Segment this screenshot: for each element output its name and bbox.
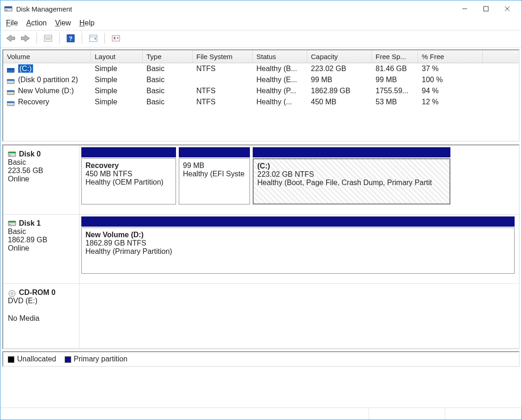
legend-unallocated: Unallocated xyxy=(8,355,56,363)
volume-row[interactable]: (C:) Simple Basic NTFS Healthy (B... 223… xyxy=(3,63,519,74)
maximize-button[interactable] xyxy=(475,2,497,16)
svg-rect-29 xyxy=(8,152,16,153)
column-header-status[interactable]: Status xyxy=(253,50,307,63)
forward-button[interactable] xyxy=(19,32,32,44)
svg-rect-32 xyxy=(8,221,16,222)
legend-primary: Primary partition xyxy=(65,355,127,363)
disk-info: CD-ROM 0 DVD (E:) No Media xyxy=(3,284,79,348)
statusbar xyxy=(0,408,522,420)
column-header-pctfree[interactable]: % Free xyxy=(418,50,483,63)
svg-rect-16 xyxy=(112,36,120,41)
disk-row[interactable]: CD-ROM 0 DVD (E:) No Media xyxy=(3,284,519,348)
volume-list-header: Volume Layout Type File System Status Ca… xyxy=(3,50,519,63)
settings-button[interactable] xyxy=(109,32,122,44)
window-controls xyxy=(454,2,518,16)
volume-icon xyxy=(7,89,15,94)
hdd-icon xyxy=(8,220,16,227)
window-title: Disk Management xyxy=(16,5,454,13)
properties-button[interactable] xyxy=(42,32,55,44)
column-header-capacity[interactable]: Capacity xyxy=(307,50,372,63)
detail-view-button[interactable] xyxy=(87,32,100,44)
disk-graphical-view[interactable]: Disk 0 Basic 223.56 GB OnlineRecovery 45… xyxy=(2,144,520,349)
svg-text:?: ? xyxy=(69,35,73,42)
svg-rect-21 xyxy=(7,68,14,70)
disk-info: Disk 0 Basic 223.56 GB Online xyxy=(3,145,79,214)
toolbar: ? xyxy=(0,30,522,48)
disk-row[interactable]: Disk 1 Basic 1862.89 GB OnlineNew Volume… xyxy=(3,215,519,284)
column-header-volume[interactable]: Volume xyxy=(3,50,91,63)
svg-point-19 xyxy=(117,37,119,39)
partition-stripe xyxy=(253,147,450,157)
svg-rect-23 xyxy=(7,79,14,81)
partition-box[interactable]: (C:) 223.02 GB NTFS Healthy (Boot, Page … xyxy=(253,158,450,204)
partition-stripe xyxy=(179,147,250,157)
disk-info: Disk 1 Basic 1862.89 GB Online xyxy=(3,215,79,283)
hdd-icon xyxy=(8,151,16,157)
menu-action[interactable]: Action xyxy=(26,19,47,27)
svg-rect-4 xyxy=(484,6,488,11)
help-button[interactable]: ? xyxy=(64,32,77,44)
disk-partitions: New Volume (D:) 1862.89 GB NTFS Healthy … xyxy=(79,215,519,283)
menu-help[interactable]: Help xyxy=(79,19,95,27)
cdrom-icon xyxy=(8,289,16,296)
back-button[interactable] xyxy=(4,32,17,44)
partition-stripe xyxy=(81,216,515,227)
menu-file[interactable]: File xyxy=(6,19,18,27)
partition-box[interactable]: 99 MB Healthy (EFI Syste xyxy=(179,158,250,204)
svg-point-35 xyxy=(11,293,13,294)
menubar: File Action View Help xyxy=(0,17,522,30)
column-header-filesystem[interactable]: File System xyxy=(193,50,253,63)
close-button[interactable] xyxy=(497,2,518,16)
disk-row[interactable]: Disk 0 Basic 223.56 GB OnlineRecovery 45… xyxy=(3,145,519,215)
menu-view[interactable]: View xyxy=(55,19,71,27)
volume-row[interactable]: Recovery Simple Basic NTFS Healthy (... … xyxy=(3,96,519,108)
column-header-layout[interactable]: Layout xyxy=(91,50,143,63)
svg-rect-1 xyxy=(5,6,12,8)
svg-rect-25 xyxy=(7,90,14,92)
partition-stripe xyxy=(81,147,176,157)
volume-row[interactable]: New Volume (D:) Simple Basic NTFS Health… xyxy=(3,85,519,96)
svg-rect-27 xyxy=(7,102,14,103)
volume-list[interactable]: Volume Layout Type File System Status Ca… xyxy=(2,49,520,142)
volume-icon xyxy=(7,66,15,72)
column-header-type[interactable]: Type xyxy=(143,50,193,63)
partition-box[interactable]: Recovery 450 MB NTFS Healthy (OEM Partit… xyxy=(81,158,176,204)
partition-box[interactable]: New Volume (D:) 1862.89 GB NTFS Healthy … xyxy=(81,228,515,274)
column-header-freespace[interactable]: Free Sp... xyxy=(372,50,418,63)
titlebar[interactable]: Disk Management xyxy=(0,0,522,17)
svg-rect-33 xyxy=(9,224,11,225)
svg-rect-13 xyxy=(90,35,97,42)
legend: Unallocated Primary partition xyxy=(2,351,520,367)
app-icon xyxy=(4,5,12,13)
disk-management-window: Disk Management File Action View Help ? xyxy=(0,0,522,420)
disk-partitions: Recovery 450 MB NTFS Healthy (OEM Partit… xyxy=(79,145,519,214)
volume-row[interactable]: (Disk 0 partition 2) Simple Basic Health… xyxy=(3,74,519,85)
volume-icon xyxy=(7,100,15,105)
volume-icon xyxy=(7,78,15,83)
svg-rect-30 xyxy=(9,155,11,156)
disk-partitions xyxy=(79,284,519,348)
minimize-button[interactable] xyxy=(454,2,475,16)
svg-rect-2 xyxy=(6,10,7,11)
content-area: Volume Layout Type File System Status Ca… xyxy=(0,48,522,408)
